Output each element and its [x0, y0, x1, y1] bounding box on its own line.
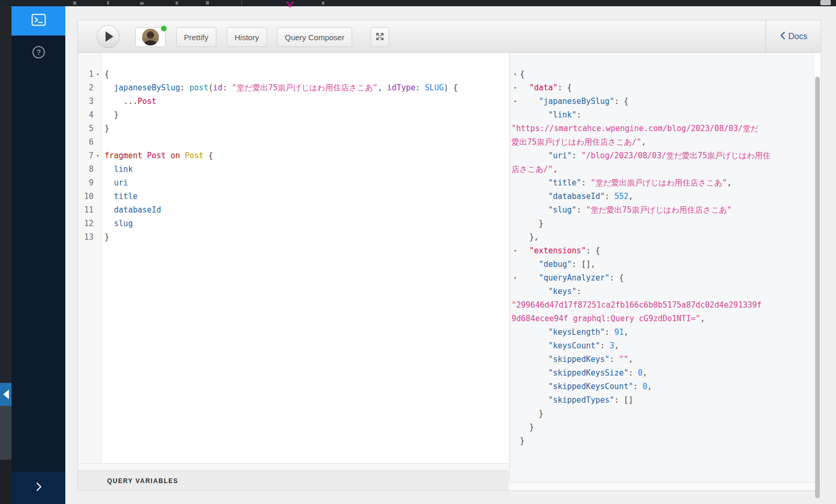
query-editor-code: 1▾{2 japaneseBySlug: post(id: "堂だ愛出75祟戸げ…	[78, 67, 509, 244]
response-line: "keys":	[510, 285, 814, 298]
response-line: "skippedKeysCount": 0,	[510, 380, 814, 393]
fullscreen-icon	[376, 32, 384, 42]
fold-arrow-icon	[94, 81, 102, 95]
admin-bar-icon-fragment	[322, 2, 324, 5]
scrollbar-thumb[interactable]	[815, 77, 820, 498]
fold-arrow-icon[interactable]: ▾	[512, 81, 519, 95]
admin-bar-icon-fragment	[176, 2, 178, 5]
response-line: ▾ "extensions": {	[510, 244, 814, 257]
sidebar-expand-button[interactable]	[11, 472, 65, 504]
code-line: 8 link	[78, 162, 509, 176]
admin-bar-icon-fragment	[73, 2, 76, 5]
code-line: 9 uri	[78, 176, 509, 190]
response-line: "keysLength": 91,	[510, 325, 814, 339]
response-line: ▾{	[510, 67, 814, 81]
wp-admin-menu-strip-item	[0, 406, 11, 460]
line-number: 13	[78, 230, 94, 244]
terminal-icon	[31, 14, 46, 28]
fold-arrow-icon[interactable]: ▾	[512, 244, 519, 257]
admin-bar-separator	[241, 1, 242, 5]
variables-panel-toggle[interactable]: QUERY VARIABLES	[78, 471, 509, 490]
fold-arrow-icon	[94, 122, 102, 135]
code-line: 12 slug	[78, 217, 509, 230]
line-number: 3	[78, 95, 94, 108]
code-line: 2 japaneseBySlug: post(id: "堂だ愛出75祟戸げじはわ…	[78, 81, 509, 95]
response-line: "debug": [],	[510, 257, 814, 271]
response-line: "uri": "/blog/2023/08/03/堂だ愛出75祟戸げじはわ用住	[510, 149, 814, 162]
graphiql-app: Prettify History Query Composer Docs	[77, 20, 821, 491]
admin-bar-icon-fragment	[107, 1, 109, 5]
history-button[interactable]: History	[227, 27, 267, 47]
fold-arrow-icon[interactable]: ▾	[94, 67, 102, 81]
line-number: 12	[78, 217, 94, 230]
fold-arrow-icon	[94, 203, 102, 217]
response-line: "databaseId": 552,	[510, 190, 814, 203]
avatar	[142, 29, 159, 45]
question-icon: ?	[32, 45, 45, 61]
fold-arrow-icon[interactable]: ▾	[94, 149, 102, 162]
query-editor[interactable]: 1▾{2 japaneseBySlug: post(id: "堂だ愛出75祟戸げ…	[78, 53, 509, 463]
play-icon	[106, 31, 113, 42]
response-line: "https://smartcahce.wpengine.com/blog/20…	[510, 122, 814, 135]
fullscreen-button[interactable]	[370, 27, 389, 47]
code-line: 3 ...Post	[78, 95, 509, 108]
code-line: 6	[78, 135, 509, 149]
admin-bar-user-icon[interactable]	[820, 0, 831, 5]
prettify-button[interactable]: Prettify	[176, 27, 216, 47]
graphql-logo-icon[interactable]	[286, 0, 294, 9]
svg-text:?: ?	[36, 48, 41, 56]
line-number: 5	[78, 122, 94, 135]
variables-panel-title: QUERY VARIABLES	[78, 477, 178, 485]
online-status-dot	[161, 26, 167, 31]
response-line: },	[510, 230, 814, 244]
response-scrollbar	[814, 53, 821, 482]
chevron-left-icon	[780, 31, 785, 42]
auth-user-button[interactable]	[135, 27, 166, 47]
code-line: 13}	[78, 230, 509, 244]
fold-arrow-icon	[94, 95, 102, 108]
line-number: 9	[78, 176, 94, 190]
sidebar-item-help[interactable]: ?	[11, 39, 65, 68]
response-line: "link":	[510, 108, 814, 122]
query-composer-button[interactable]: Query Composer	[277, 27, 352, 47]
response-line: }	[510, 420, 814, 434]
response-line: "299646d47d17f87251ca2fb166c6b0b5175a87d…	[510, 298, 814, 312]
line-number: 1	[78, 67, 94, 81]
line-number: 8	[78, 162, 94, 176]
fold-arrow-icon[interactable]: ▾	[512, 95, 519, 108]
collapse-menu-button[interactable]	[0, 383, 11, 406]
fold-arrow-icon[interactable]: ▾	[512, 271, 519, 285]
docs-toggle-button[interactable]: Docs	[765, 20, 821, 53]
admin-bar-icon-fragment	[140, 2, 144, 5]
execute-query-button[interactable]	[97, 25, 120, 48]
code-line: 1▾{	[78, 67, 509, 81]
chevron-right-icon	[36, 482, 42, 494]
line-number: 2	[78, 81, 94, 95]
wp-admin-menu-strip	[0, 6, 11, 504]
code-line: 11 databaseId	[78, 203, 509, 217]
code-line: 4 }	[78, 108, 509, 122]
response-line: 愛出75祟戸げじはわ用住店さこあ/",	[510, 135, 814, 149]
response-footer	[509, 482, 821, 490]
wp-admin-menu-strip-top	[0, 6, 11, 383]
response-line: }	[510, 434, 814, 448]
response-line: "skippedKeys": "",	[510, 353, 814, 366]
response-line: "skippedTypes": []	[510, 393, 814, 407]
fold-arrow-icon	[94, 230, 102, 244]
docs-label: Docs	[788, 32, 807, 41]
response-line: 9d684ecee94f graphql:Query cG9zdDo1NTI="…	[510, 312, 814, 325]
graphiql-sidebar: ?	[11, 6, 65, 504]
admin-bar-icon-fragment	[206, 1, 209, 5]
fold-arrow-icon[interactable]: ▾	[512, 67, 519, 81]
fold-arrow-icon	[94, 135, 102, 149]
response-line: "skippedKeysSize": 0,	[510, 366, 814, 380]
arrow-left-icon	[3, 390, 9, 399]
fold-arrow-icon	[94, 108, 102, 122]
response-line: }	[510, 407, 814, 420]
line-number: 7	[78, 149, 94, 162]
fold-arrow-icon	[94, 176, 102, 190]
fold-arrow-icon	[94, 217, 102, 230]
response-line: ▾ "data": {	[510, 81, 814, 95]
sidebar-item-graphiql[interactable]	[11, 6, 65, 36]
code-line: 10 title	[78, 190, 509, 203]
